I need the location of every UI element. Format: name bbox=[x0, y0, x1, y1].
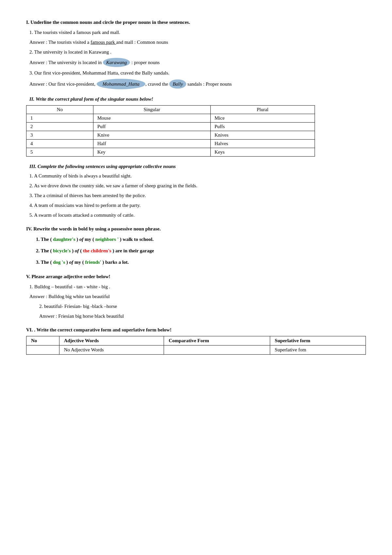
adj-answer-label: Answer : Friesian big horse black beauti… bbox=[39, 313, 124, 319]
table-row: 1 Mouse Mice bbox=[26, 114, 315, 123]
circled-bally: Bally bbox=[169, 79, 186, 89]
table-row: 2 Puff Puffs bbox=[26, 123, 315, 131]
answer-label: Answer : The university is located in Ka… bbox=[29, 60, 160, 65]
section-2: II. Write the correct plural form of the… bbox=[26, 96, 366, 157]
comp-col-no: No bbox=[26, 336, 59, 345]
section-1: I. Underline the common nouns and circle… bbox=[26, 20, 366, 89]
plural-table: No Singular Plural 1 Mouse Mice 2 Puff P… bbox=[26, 105, 315, 157]
answer-1-2: Answer : The university is located in Ka… bbox=[29, 58, 366, 67]
table-row: 4 Half Halves bbox=[26, 140, 315, 148]
adj-answer-1: Answer : Bulldog big white tan beautiful bbox=[29, 293, 366, 300]
cell-no: 5 bbox=[26, 148, 93, 157]
item-number: 2. The university is located in Karawang… bbox=[29, 49, 111, 55]
poss-green1: bicycle's bbox=[53, 248, 71, 253]
cell-no: 4 bbox=[26, 140, 93, 148]
cell-singular: Puff bbox=[93, 123, 211, 131]
comp-table-row: No Adjective Words Superlative fom bbox=[26, 345, 366, 355]
poss-item-1: 1. The ( daughter's ) of my ( neighbors … bbox=[36, 235, 366, 244]
poss-green1: daughter's bbox=[53, 237, 75, 242]
col-singular: Singular bbox=[93, 106, 211, 114]
comp-col-comp: Comparative Form bbox=[164, 336, 270, 345]
item-1-1: 1. The tourists visited a famous park an… bbox=[29, 28, 366, 36]
comp-table: No Adjective Words Comparative Form Supe… bbox=[26, 336, 366, 355]
cell-plural: Mice bbox=[210, 114, 315, 123]
comp-no bbox=[26, 345, 59, 355]
poss-text: The ( dog 's ) of my ( friends' ) barks … bbox=[41, 260, 129, 265]
poss-green2: friends' bbox=[85, 260, 101, 265]
poss-of: of bbox=[79, 237, 84, 242]
adj-answer-2: Answer : Friesian big horse black beauti… bbox=[39, 312, 366, 320]
cell-singular: Knive bbox=[93, 131, 211, 140]
section-3: III. Complete the following sentences us… bbox=[26, 164, 366, 219]
poss-number: 1. bbox=[36, 237, 40, 242]
table-row: 3 Knive Knives bbox=[26, 131, 315, 140]
list-item: 3. The a criminal of thieves has been ar… bbox=[29, 192, 366, 199]
item-number: 1. The tourists visited a famous park an… bbox=[29, 30, 120, 35]
section-2-title: II. Write the correct plural form of the… bbox=[29, 96, 366, 102]
item-number: 3. Our first vice-president, Mohammad Ha… bbox=[29, 70, 170, 76]
poss-green2: neighbors ' bbox=[95, 237, 119, 242]
table-row: 5 Key Keys bbox=[26, 148, 315, 157]
poss-number: 3. bbox=[36, 260, 40, 265]
poss-number: 2. bbox=[36, 248, 40, 253]
poss-text: The ( bicycle's ) of ( the children's ) … bbox=[41, 248, 154, 253]
adj-number: 1. Bulldog – beautiful - tan - white - b… bbox=[29, 284, 110, 289]
comp-sup: Superlative fom bbox=[270, 345, 366, 355]
section-6: VI. . Write the correct comparative form… bbox=[26, 327, 366, 355]
section-1-title: I. Underline the common nouns and circle… bbox=[26, 20, 366, 25]
poss-red1: the children's bbox=[83, 248, 111, 253]
item-1-2: 2. The university is located in Karawang… bbox=[29, 48, 366, 56]
answer-label: Answer : The tourists visited a famous p… bbox=[29, 40, 168, 45]
poss-item-2: 2. The ( bicycle's ) of ( the children's… bbox=[36, 246, 366, 255]
poss-of: of bbox=[69, 260, 74, 265]
list-item: 4. A team of musicians was hired to perf… bbox=[29, 201, 366, 209]
cell-singular: Half bbox=[93, 140, 211, 148]
answer-label: Answer : Our first vice-president, Moham… bbox=[29, 81, 232, 87]
section-4: IV. Rewrite the words in bold by using a… bbox=[26, 226, 366, 267]
section-6-title: VI. . Write the correct comparative form… bbox=[26, 327, 366, 333]
answer-1-1: Answer : The tourists visited a famous p… bbox=[29, 38, 366, 46]
cell-no: 2 bbox=[26, 123, 93, 131]
adj-item-2: 2. beautiful- Friesian- big -black –hors… bbox=[39, 302, 366, 310]
col-no: No bbox=[26, 106, 93, 114]
list-item: 2. As we drove down the country side, we… bbox=[29, 182, 366, 190]
comp-form bbox=[164, 345, 270, 355]
cell-plural: Keys bbox=[210, 148, 315, 157]
cell-singular: Key bbox=[93, 148, 211, 157]
section-4-title: IV. Rewrite the words in bold by using a… bbox=[26, 226, 366, 232]
cell-plural: Puffs bbox=[210, 123, 315, 131]
comp-adj: No Adjective Words bbox=[59, 345, 164, 355]
adj-item-1: 1. Bulldog – beautiful - tan - white - b… bbox=[29, 283, 366, 291]
poss-text: The ( daughter's ) of my ( neighbors ' )… bbox=[41, 237, 154, 242]
col-plural: Plural bbox=[210, 106, 315, 114]
circled-mohammad: Mohammad_Hatta bbox=[97, 79, 145, 89]
answer-1-3: Answer : Our first vice-president, Moham… bbox=[29, 79, 366, 89]
section-5-title: V. Please arrange adjective order below! bbox=[26, 274, 366, 279]
cell-no: 3 bbox=[26, 131, 93, 140]
circled-karawang: Karawang bbox=[103, 58, 130, 67]
poss-green1: dog 's bbox=[53, 260, 65, 265]
comp-col-adj: Adjective Words bbox=[59, 336, 164, 345]
comp-header-row: No Adjective Words Comparative Form Supe… bbox=[26, 336, 366, 345]
table-header-row: No Singular Plural bbox=[26, 106, 315, 114]
underlined-text: famous park bbox=[90, 40, 116, 45]
adj-number: 2. beautiful- Friesian- big -black –hors… bbox=[39, 304, 117, 309]
adj-answer-label: Answer : Bulldog big white tan beautiful bbox=[29, 294, 110, 299]
comp-col-sup: Superlative form bbox=[270, 336, 366, 345]
item-1-3: 3. Our first vice-president, Mohammad Ha… bbox=[29, 69, 366, 77]
section-5: V. Please arrange adjective order below!… bbox=[26, 274, 366, 320]
cell-plural: Halves bbox=[210, 140, 315, 148]
list-item: 5. A swarm of locusts attacked a communi… bbox=[29, 211, 366, 219]
cell-no: 1 bbox=[26, 114, 93, 123]
poss-item-3: 3. The ( dog 's ) of my ( friends' ) bar… bbox=[36, 258, 366, 267]
poss-of: of bbox=[75, 248, 79, 253]
section-3-title: III. Complete the following sentences us… bbox=[29, 164, 366, 169]
list-item: 1. A Community of birds is always a beau… bbox=[29, 172, 366, 180]
cell-singular: Mouse bbox=[93, 114, 211, 123]
cell-plural: Knives bbox=[210, 131, 315, 140]
